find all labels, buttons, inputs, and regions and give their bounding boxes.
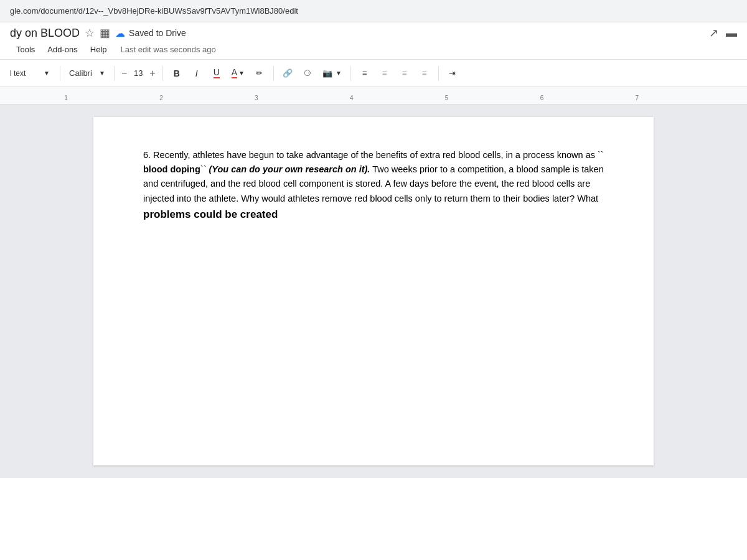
separator-3: [162, 66, 163, 81]
top-bar: dy on BLOOD ☆ ▦ ☁ Saved to Drive ↗ ▬ Too…: [0, 22, 747, 60]
doc-paragraph: 6. Recently, athletes have begun to take…: [143, 148, 604, 223]
link-icon: 🔗: [283, 68, 293, 78]
ruler-mark-4: 4: [350, 95, 354, 101]
underline-button[interactable]: U: [208, 65, 225, 82]
comment-button[interactable]: ⚆: [299, 65, 316, 82]
image-chevron: ▼: [336, 70, 342, 77]
doc-title: dy on BLOOD: [10, 27, 80, 40]
align-left-icon: ≡: [362, 68, 367, 78]
font-chevron: ▼: [99, 70, 105, 77]
italic-label: I: [195, 68, 198, 78]
font-size-input[interactable]: 13: [129, 65, 148, 82]
doc-page[interactable]: 6. Recently, athletes have begun to take…: [93, 117, 654, 465]
address-bar[interactable]: gle.com/document/d/12v--_Vbv8HejDRe-kiBU…: [0, 0, 747, 22]
title-row: dy on BLOOD ☆ ▦ ☁ Saved to Drive ↗ ▬: [10, 26, 737, 42]
separator-1: [60, 66, 60, 81]
ruler-content: 1 2 3 4 5 6 7: [7, 87, 740, 104]
saved-text: Saved to Drive: [129, 28, 186, 38]
font-size-value: 13: [134, 68, 143, 78]
right-icons: ↗ ▬: [709, 26, 737, 40]
url-text: gle.com/document/d/12v--_Vbv8HejDRe-kiBU…: [10, 6, 298, 16]
ruler-mark-1: 1: [64, 95, 68, 101]
ruler: 1 2 3 4 5 6 7: [0, 87, 747, 105]
doc-icon[interactable]: ▦: [100, 26, 110, 40]
align-right-icon: ≡: [402, 68, 407, 78]
text-color-button[interactable]: A ▼: [228, 65, 248, 82]
color-chevron: ▼: [238, 70, 245, 77]
ruler-mark-7: 7: [636, 95, 639, 101]
align-right-button[interactable]: ≡: [396, 65, 413, 82]
separator-5: [350, 66, 351, 81]
separator-2: [114, 66, 115, 81]
align-center-icon: ≡: [382, 68, 387, 78]
align-justify-icon: ≡: [422, 68, 427, 78]
doc-area: 6. Recently, athletes have begun to take…: [0, 105, 747, 478]
font-size-increase[interactable]: +: [148, 68, 157, 78]
menu-help[interactable]: Help: [84, 42, 113, 57]
toolbar: l text ▼ Calibri ▼ − 13 + B I U A: [0, 60, 747, 87]
font-label: Calibri: [69, 68, 92, 78]
separator-4: [273, 66, 274, 81]
italic-button[interactable]: I: [188, 65, 205, 82]
link-button[interactable]: 🔗: [279, 65, 296, 82]
underline-bar: [214, 77, 220, 78]
text-style-label: l text: [10, 69, 26, 78]
ruler-mark-6: 6: [540, 95, 544, 101]
image-icon: 📷: [322, 68, 332, 78]
text-style-chevron: ▼: [44, 70, 50, 77]
star-icon[interactable]: ☆: [85, 26, 95, 40]
pencil-icon: ✏: [256, 68, 263, 78]
text-style-dropdown[interactable]: l text ▼: [5, 65, 55, 82]
activity-icon[interactable]: ↗: [709, 26, 718, 40]
align-justify-button[interactable]: ≡: [416, 65, 433, 82]
font-size-decrease[interactable]: −: [120, 68, 129, 78]
doc-content[interactable]: 6. Recently, athletes have begun to take…: [143, 148, 604, 223]
bold-button[interactable]: B: [168, 65, 186, 82]
menu-addons[interactable]: Add-ons: [41, 42, 83, 57]
align-center-button[interactable]: ≡: [376, 65, 393, 82]
image-button[interactable]: 📷 ▼: [319, 65, 345, 82]
line-spacing-icon: ⇥: [449, 68, 456, 78]
menu-row: Tools Add-ons Help Last edit was seconds…: [10, 42, 737, 59]
color-bar: [232, 77, 237, 78]
ruler-mark-2: 2: [159, 95, 163, 101]
menu-tools[interactable]: Tools: [10, 42, 41, 57]
highlight-button[interactable]: ✏: [251, 65, 268, 82]
ruler-mark-5: 5: [445, 95, 449, 101]
last-edit-text: Last edit was seconds ago: [121, 45, 216, 54]
font-dropdown[interactable]: Calibri ▼: [65, 65, 109, 82]
cloud-icon: ☁: [115, 27, 125, 39]
document-view-icon[interactable]: ▬: [726, 27, 737, 40]
align-left-button[interactable]: ≡: [356, 65, 374, 82]
ruler-mark-3: 3: [255, 95, 258, 101]
underline-a-icon: U: [214, 68, 220, 78]
separator-6: [438, 66, 439, 81]
font-size-group: − 13 +: [120, 65, 157, 82]
line-spacing-button[interactable]: ⇥: [444, 65, 461, 82]
comment-icon: ⚆: [304, 68, 311, 78]
text-color-a-icon: A: [232, 68, 237, 78]
bold-label: B: [174, 68, 180, 78]
saved-status: ☁ Saved to Drive: [115, 27, 186, 39]
